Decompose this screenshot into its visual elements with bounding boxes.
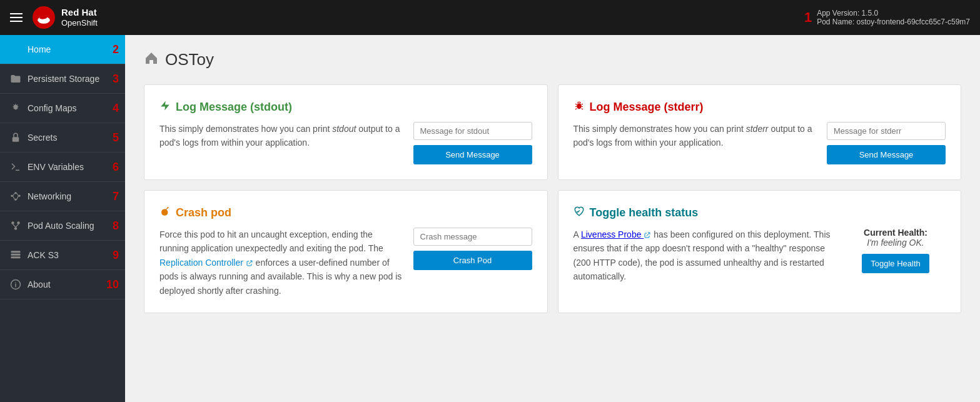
sidebar-num-networking: 7 <box>113 190 119 203</box>
card-body-log-stderr: This simply demonstrates how you can pri… <box>573 122 946 164</box>
card-text-log-stdout: This simply demonstrates how you can pri… <box>159 122 403 150</box>
sidebar-item-networking[interactable]: Networking 7 <box>0 182 125 211</box>
card-log-stderr: Log Message (stderr) This simply demonst… <box>558 84 962 180</box>
stdout-send-button[interactable]: Send Message <box>413 145 532 164</box>
network-icon <box>10 191 21 202</box>
sidebar-label-about: About <box>28 279 51 289</box>
main-content: OSToy Log Message (stdout) This simply d… <box>125 35 980 402</box>
home-icon <box>10 44 21 55</box>
crash-pod-button[interactable]: Crash Pod <box>413 251 532 270</box>
card-actions-crash-pod: Crash Pod <box>413 228 532 270</box>
health-status-panel: Current Health: I'm feeling OK. Toggle H… <box>846 228 946 273</box>
svg-line-10 <box>13 196 15 199</box>
sidebar-item-home[interactable]: Home 2 <box>0 35 125 64</box>
sidebar-item-about[interactable]: About 10 <box>0 270 125 299</box>
brand-top: Red Hat <box>61 7 98 18</box>
top-nav-right: 1 App Version: 1.5.0 Pod Name: ostoy-fro… <box>804 9 970 26</box>
sidebar-item-env-variables[interactable]: ENV Variables 6 <box>0 153 125 182</box>
app-info: App Version: 1.5.0 Pod Name: ostoy-front… <box>817 9 970 26</box>
sidebar-num-config-maps: 4 <box>113 102 119 115</box>
bug-icon <box>573 100 585 114</box>
svg-rect-3 <box>13 137 19 142</box>
sidebar-label-env-variables: ENV Variables <box>28 162 84 172</box>
heart-icon <box>573 206 585 220</box>
sidebar-label-home: Home <box>28 44 51 54</box>
svg-line-16 <box>13 224 16 228</box>
card-text-crash-pod: Force this pod to hit an uncaught except… <box>159 228 403 298</box>
page-title-text: OSToy <box>165 50 214 69</box>
info-icon <box>10 279 21 290</box>
redhat-logo <box>33 6 55 29</box>
sidebar-item-config-maps[interactable]: Config Maps 4 <box>0 94 125 123</box>
liveness-probe-link[interactable]: Liveness Probe <box>581 229 651 239</box>
replication-controller-link[interactable]: Replication Controller <box>159 258 253 268</box>
card-actions-log-stderr: Send Message <box>827 122 946 164</box>
lock-icon <box>10 132 21 143</box>
sidebar-num-persistent-storage: 3 <box>113 73 119 86</box>
svg-line-26 <box>581 104 582 105</box>
svg-point-14 <box>17 221 20 224</box>
house-icon <box>144 51 159 69</box>
sidebar-num-home: 2 <box>113 43 119 56</box>
sidebar-label-pod-auto-scaling: Pod Auto Scaling <box>28 221 94 231</box>
table-icon <box>10 249 21 261</box>
app-version-line: App Version: 1.5.0 <box>817 9 970 18</box>
card-toggle-health: Toggle health status A Liveness Probe ha… <box>558 190 962 313</box>
svg-point-15 <box>14 227 18 230</box>
sidebar-label-networking: Networking <box>28 191 71 201</box>
sidebar-label-ack-s3: ACK S3 <box>28 250 59 260</box>
brand-text: Red Hat OpenShift <box>61 7 98 28</box>
crash-message-input[interactable] <box>413 228 532 246</box>
svg-line-17 <box>16 224 19 228</box>
logo-area: Red Hat OpenShift <box>33 6 98 29</box>
brand-bottom: OpenShift <box>61 18 98 28</box>
hamburger-menu[interactable] <box>10 13 23 22</box>
svg-rect-5 <box>11 195 13 197</box>
svg-point-32 <box>167 207 168 208</box>
svg-point-31 <box>161 209 168 216</box>
bomb-icon <box>159 206 171 220</box>
sidebar-item-ack-s3[interactable]: ACK S3 9 <box>0 241 125 270</box>
stderr-send-button[interactable]: Send Message <box>827 145 946 164</box>
sidebar-label-secrets: Secrets <box>28 133 57 143</box>
svg-rect-8 <box>19 195 21 197</box>
sidebar: Home 2 Persistent Storage 3 Config Maps … <box>0 35 125 402</box>
card-title-toggle-health: Toggle health status <box>573 206 946 220</box>
folder-icon <box>10 73 21 84</box>
sidebar-item-pod-auto-scaling[interactable]: Pod Auto Scaling 8 <box>0 211 125 241</box>
card-text-log-stderr: This simply demonstrates how you can pri… <box>573 122 817 150</box>
toggle-health-button[interactable]: Toggle Health <box>862 254 929 273</box>
svg-rect-20 <box>11 256 21 258</box>
sidebar-item-persistent-storage[interactable]: Persistent Storage 3 <box>0 64 125 94</box>
svg-point-24 <box>577 103 582 109</box>
svg-line-25 <box>575 104 577 105</box>
app-version-label: App Version: <box>817 9 859 18</box>
current-health-value: I'm feeling OK. <box>846 238 946 248</box>
svg-rect-19 <box>11 254 21 256</box>
sidebar-num-about: 10 <box>106 278 119 291</box>
sidebar-label-config-maps: Config Maps <box>28 103 77 113</box>
svg-line-33 <box>166 209 167 209</box>
sidebar-num-pod-auto-scaling: 8 <box>113 219 119 233</box>
sidebar-item-secrets[interactable]: Secrets 5 <box>0 123 125 153</box>
card-title-crash-pod: Crash pod <box>159 206 532 220</box>
svg-line-9 <box>13 193 15 196</box>
svg-point-13 <box>11 221 14 224</box>
card-actions-log-stdout: Send Message <box>413 122 532 164</box>
sidebar-num-env-variables: 6 <box>113 161 119 174</box>
svg-line-11 <box>17 193 19 196</box>
card-log-stdout: Log Message (stdout) This simply demonst… <box>144 84 548 180</box>
sidebar-num-ack-s3: 9 <box>113 249 119 262</box>
stderr-message-input[interactable] <box>827 122 946 140</box>
stdout-icon <box>159 100 171 114</box>
current-health-label: Current Health: <box>846 228 946 238</box>
sidebar-num-secrets: 5 <box>113 131 119 144</box>
top-nav: Red Hat OpenShift 1 App Version: 1.5.0 P… <box>0 0 980 35</box>
svg-line-12 <box>17 196 19 199</box>
page-title: OSToy <box>144 50 961 69</box>
stdout-message-input[interactable] <box>413 122 532 140</box>
nav-badge: 1 <box>804 9 812 26</box>
terminal-icon <box>10 161 21 173</box>
layout: Home 2 Persistent Storage 3 Config Maps … <box>0 35 980 402</box>
pod-name-line: Pod Name: ostoy-frontend-69cfcc65c7-c59m… <box>817 18 970 26</box>
